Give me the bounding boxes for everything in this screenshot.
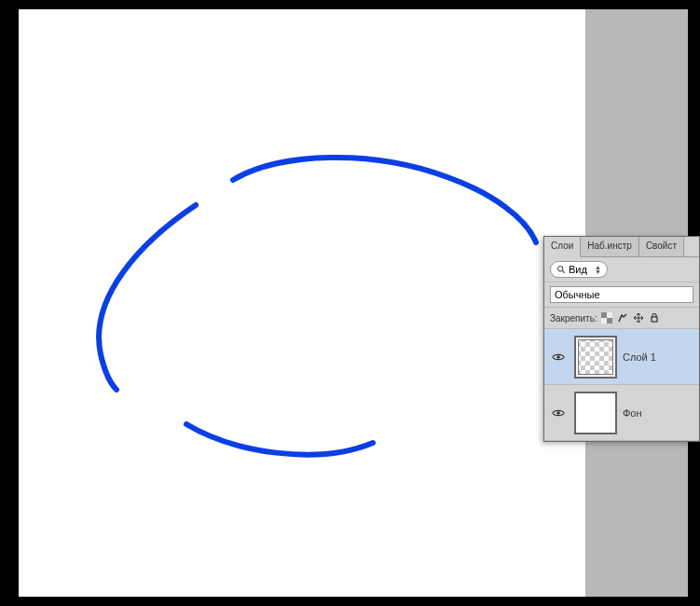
layers-panel: Слои Наб.инстр Свойст Вид ▲▼ Обычные Зак… bbox=[543, 236, 700, 442]
lock-label: Закрепить: bbox=[550, 313, 597, 324]
tab-properties[interactable]: Свойст bbox=[639, 237, 684, 256]
lock-pixels-icon[interactable] bbox=[616, 311, 629, 324]
svg-point-7 bbox=[556, 355, 560, 359]
svg-point-8 bbox=[556, 411, 560, 415]
eye-icon bbox=[552, 408, 565, 418]
drawing-content bbox=[19, 9, 604, 606]
layer-list: Слой 1 Фон bbox=[544, 329, 699, 441]
filter-type-dropdown[interactable]: Вид ▲▼ bbox=[550, 261, 608, 278]
svg-rect-5 bbox=[601, 318, 607, 324]
canvas[interactable] bbox=[19, 9, 585, 597]
visibility-toggle[interactable] bbox=[548, 352, 569, 362]
blend-mode-value: Обычные bbox=[555, 289, 600, 300]
svg-rect-2 bbox=[601, 312, 607, 318]
layer-item[interactable]: Фон bbox=[544, 385, 699, 441]
blend-mode-dropdown[interactable]: Обычные bbox=[550, 286, 693, 303]
lock-row: Закрепить: bbox=[544, 308, 699, 329]
svg-rect-3 bbox=[607, 318, 612, 324]
tab-layers[interactable]: Слои bbox=[544, 237, 581, 257]
eye-icon bbox=[552, 352, 565, 362]
svg-point-0 bbox=[558, 267, 563, 271]
layer-item[interactable]: Слой 1 bbox=[544, 329, 699, 385]
panel-tabs: Слои Наб.инстр Свойст bbox=[544, 237, 699, 257]
layer-name[interactable]: Фон bbox=[623, 407, 642, 419]
search-icon bbox=[556, 265, 566, 274]
stepper-arrows-icon: ▲▼ bbox=[595, 265, 601, 274]
visibility-toggle[interactable] bbox=[548, 408, 569, 418]
tab-toolpresets[interactable]: Наб.инстр bbox=[581, 237, 639, 256]
svg-rect-4 bbox=[607, 312, 612, 318]
filter-label: Вид bbox=[569, 264, 587, 275]
lock-position-icon[interactable] bbox=[632, 311, 645, 324]
lock-all-icon[interactable] bbox=[648, 311, 661, 324]
layer-thumbnail[interactable] bbox=[574, 336, 617, 379]
blend-mode-row: Обычные bbox=[544, 282, 699, 308]
layer-filter-row: Вид ▲▼ bbox=[544, 257, 699, 282]
lock-transparency-icon[interactable] bbox=[600, 311, 613, 324]
svg-rect-6 bbox=[652, 317, 657, 322]
layer-name[interactable]: Слой 1 bbox=[623, 351, 656, 363]
layer-thumbnail[interactable] bbox=[574, 392, 617, 434]
svg-line-1 bbox=[562, 270, 565, 273]
